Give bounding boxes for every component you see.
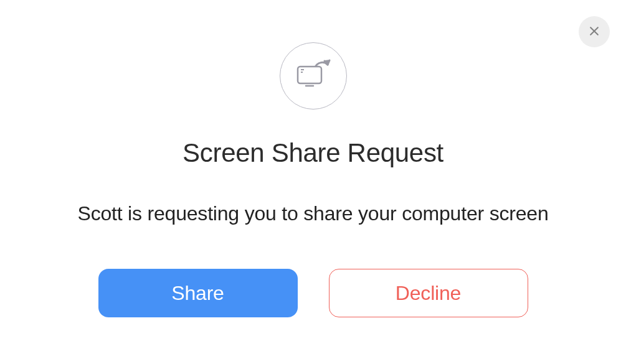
screen-share-icon-circle <box>280 42 347 110</box>
close-button[interactable] <box>579 16 610 47</box>
dialog-message: Scott is requesting you to share your co… <box>0 202 626 225</box>
decline-button[interactable]: Decline <box>329 269 528 317</box>
dialog-title: Screen Share Request <box>0 138 626 168</box>
screen-share-icon <box>295 58 332 94</box>
share-button[interactable]: Share <box>98 269 298 317</box>
close-icon <box>588 25 600 39</box>
dialog-button-row: Share Decline <box>0 269 626 317</box>
